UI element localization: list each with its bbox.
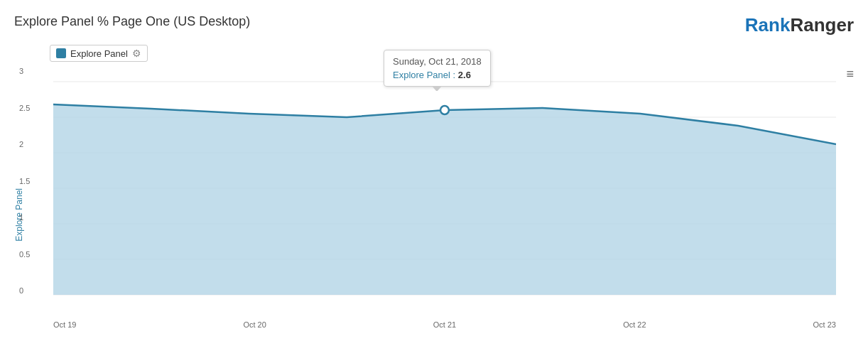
legend-row: Explore Panel ⚙ xyxy=(50,45,854,62)
brand-ranger: Ranger xyxy=(790,14,854,36)
y-tick-1-5: 1.5 xyxy=(19,178,30,185)
chart-wrapper: Explore Panel ≡ xyxy=(14,67,854,337)
chart-svg xyxy=(53,67,836,309)
legend-item-explore-panel: Explore Panel ⚙ xyxy=(50,45,148,62)
x-tick-oct21: Oct 21 xyxy=(433,320,456,329)
chart-area: 3 2.5 2 1.5 1 0.5 0 Oct 19 Oct 20 Oct 21… xyxy=(53,67,836,309)
x-tick-labels: Oct 19 Oct 20 Oct 21 Oct 22 Oct 23 xyxy=(53,320,836,329)
x-tick-oct20: Oct 20 xyxy=(243,320,266,329)
header: Explore Panel % Page One (US Desktop) Ra… xyxy=(14,14,854,36)
y-tick-labels: 3 2.5 2 1.5 1 0.5 0 xyxy=(19,67,30,295)
y-tick-3: 3 xyxy=(19,67,30,75)
brand-rank: Rank xyxy=(745,14,791,36)
x-tick-oct22: Oct 22 xyxy=(623,320,646,329)
brand-logo: RankRanger xyxy=(745,14,854,36)
x-tick-oct23: Oct 23 xyxy=(813,320,836,329)
hamburger-menu-icon[interactable]: ≡ xyxy=(846,67,854,80)
legend-gear-icon[interactable]: ⚙ xyxy=(132,48,141,59)
legend-label: Explore Panel xyxy=(70,48,128,59)
y-tick-1: 1 xyxy=(19,214,30,222)
y-tick-0: 0 xyxy=(19,287,30,295)
y-tick-0-5: 0.5 xyxy=(19,251,30,259)
y-tick-2-5: 2.5 xyxy=(19,104,30,112)
legend-color-box xyxy=(56,48,66,58)
page-title: Explore Panel % Page One (US Desktop) xyxy=(14,14,250,29)
chart-fill-area xyxy=(53,104,836,295)
hover-point xyxy=(440,106,449,114)
x-tick-oct19: Oct 19 xyxy=(53,320,76,329)
main-container: Explore Panel % Page One (US Desktop) Ra… xyxy=(0,0,868,363)
y-tick-2: 2 xyxy=(19,141,30,148)
